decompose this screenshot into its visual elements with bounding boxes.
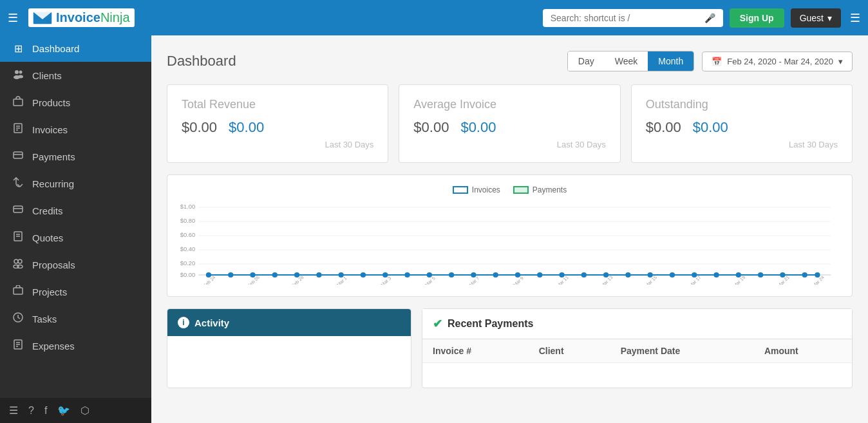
credits-icon: [12, 204, 24, 217]
col-payment-date: Payment Date: [610, 339, 754, 363]
svg-point-46: [316, 272, 321, 277]
outstanding-card: Outstanding $0.00 $0.00 Last 30 Days: [631, 84, 853, 163]
sidebar-item-recurring[interactable]: Recurring: [0, 170, 151, 197]
card-values: $0.00 $0.00: [413, 119, 605, 136]
clients-icon: [12, 69, 24, 82]
chevron-down-icon: ▾: [838, 57, 843, 66]
card-title: Average Invoice: [413, 98, 605, 111]
dashboard-header: Dashboard Day Week Month 📅 Feb 24, 2020 …: [167, 51, 853, 71]
card-secondary-value: $0.00: [460, 119, 496, 136]
recent-payments-header: ✔ Recent Payments: [422, 309, 852, 339]
invoices-legend-box: [453, 186, 468, 194]
hamburger-menu[interactable]: ☰: [8, 11, 18, 25]
search-input[interactable]: [551, 13, 701, 23]
card-primary-value: $0.00: [413, 119, 449, 136]
payments-legend: Payments: [513, 185, 567, 194]
sidebar-item-products[interactable]: Products: [0, 89, 151, 116]
main-content: Dashboard Day Week Month 📅 Feb 24, 2020 …: [151, 35, 868, 423]
sidebar-item-label: Proposals: [32, 259, 75, 270]
logo[interactable]: InvoiceNinja: [28, 8, 135, 27]
sidebar-item-clients[interactable]: Clients: [0, 62, 151, 89]
svg-point-60: [625, 272, 630, 277]
svg-point-6: [18, 75, 23, 79]
bottom-panels: i Activity ✔ Recent Payments Invoice # C…: [167, 308, 853, 388]
card-values: $0.00 $0.00: [182, 119, 373, 136]
card-subtitle: Last 30 Days: [182, 140, 373, 149]
card-values: $0.00 $0.00: [646, 119, 838, 136]
activity-panel-body: [167, 336, 411, 388]
svg-point-58: [581, 272, 587, 277]
sidebar-item-label: Projects: [32, 287, 67, 297]
sidebar-item-label: Quotes: [32, 232, 63, 243]
list-icon[interactable]: ☰: [9, 404, 18, 417]
signup-button[interactable]: Sign Up: [730, 8, 784, 28]
sidebar-item-projects[interactable]: Projects: [0, 278, 151, 305]
guest-button[interactable]: Guest ▾: [791, 8, 841, 28]
mic-icon[interactable]: 🎤: [704, 13, 715, 23]
activity-panel: i Activity: [167, 308, 411, 388]
svg-point-64: [713, 272, 719, 277]
quotes-icon: [12, 231, 24, 244]
help-icon[interactable]: ?: [28, 405, 34, 417]
sidebar-item-quotes[interactable]: Quotes: [0, 224, 151, 251]
col-invoice-num: Invoice #: [422, 339, 529, 363]
sidebar-item-label: Products: [32, 97, 70, 108]
sidebar-item-payments[interactable]: Payments: [0, 143, 151, 170]
svg-point-44: [272, 272, 278, 277]
checkmark-icon: ✔: [433, 317, 442, 331]
svg-point-3: [15, 70, 19, 74]
top-navigation: ☰ InvoiceNinja 🎤 Sign Up Guest ▾ ☰: [0, 0, 868, 35]
svg-point-52: [449, 272, 454, 277]
sidebar-item-proposals[interactable]: Proposals: [0, 251, 151, 278]
sidebar-item-credits[interactable]: Credits: [0, 197, 151, 224]
logo-envelope-icon: [33, 12, 52, 24]
summary-cards: Total Revenue $0.00 $0.00 Last 30 Days A…: [167, 84, 853, 163]
sidebar-item-dashboard[interactable]: ⊞ Dashboard: [0, 35, 151, 62]
recent-payments-table: Invoice # Client Payment Date Amount: [422, 339, 852, 363]
svg-text:$1.00: $1.00: [180, 203, 195, 210]
card-title: Total Revenue: [182, 98, 373, 111]
svg-point-22: [17, 265, 23, 268]
sidebar-item-tasks[interactable]: Tasks: [0, 305, 151, 332]
period-tab-month[interactable]: Month: [648, 52, 693, 71]
svg-point-48: [361, 272, 366, 277]
sidebar-item-label: Payments: [32, 151, 75, 162]
period-tabs: Day Week Month: [567, 51, 694, 71]
chart-svg: $1.00 $0.80 $0.60 $0.40 $0.20 $0.00: [175, 201, 844, 285]
svg-point-5: [19, 71, 23, 74]
card-secondary-value: $0.00: [229, 119, 264, 136]
sidebar: ⊞ Dashboard Clients Products Invoices: [0, 35, 151, 423]
dashboard-controls: Day Week Month 📅 Feb 24, 2020 - Mar 24, …: [567, 51, 853, 71]
sidebar-item-label: Dashboard: [32, 43, 79, 54]
svg-point-54: [493, 272, 498, 277]
svg-point-62: [670, 272, 675, 277]
svg-text:$0.40: $0.40: [180, 246, 195, 252]
sidebar-item-expenses[interactable]: Expenses: [0, 332, 151, 359]
period-tab-day[interactable]: Day: [568, 52, 605, 71]
sidebar-footer: ☰ ? f 🐦 ⬡: [0, 398, 151, 423]
payments-icon: [12, 150, 24, 163]
sidebar-item-label: Expenses: [32, 341, 75, 352]
card-primary-value: $0.00: [646, 119, 681, 136]
twitter-icon[interactable]: 🐦: [57, 404, 70, 417]
github-icon[interactable]: ⬡: [80, 404, 90, 417]
card-primary-value: $0.00: [182, 119, 217, 136]
projects-icon: [12, 285, 24, 298]
facebook-icon[interactable]: f: [44, 405, 47, 417]
tasks-icon: [12, 312, 24, 325]
search-box[interactable]: 🎤: [543, 9, 723, 27]
chart-container: Invoices Payments $1.00 $0.80 $0.60 $0.4…: [167, 174, 853, 297]
period-tab-week[interactable]: Week: [605, 52, 648, 71]
page-title: Dashboard: [167, 53, 236, 70]
sidebar-item-invoices[interactable]: Invoices: [0, 116, 151, 143]
average-invoice-card: Average Invoice $0.00 $0.00 Last 30 Days: [399, 84, 620, 163]
date-range-button[interactable]: 📅 Feb 24, 2020 - Mar 24, 2020 ▾: [702, 52, 853, 71]
svg-point-42: [228, 272, 233, 277]
col-client: Client: [529, 339, 610, 363]
calendar-icon: 📅: [712, 57, 722, 66]
main-layout: ⊞ Dashboard Clients Products Invoices: [0, 35, 868, 423]
sidebar-item-label: Invoices: [32, 124, 68, 135]
products-icon: [12, 96, 24, 109]
top-menu-icon[interactable]: ☰: [850, 11, 860, 25]
chart-legend: Invoices Payments: [175, 185, 844, 194]
